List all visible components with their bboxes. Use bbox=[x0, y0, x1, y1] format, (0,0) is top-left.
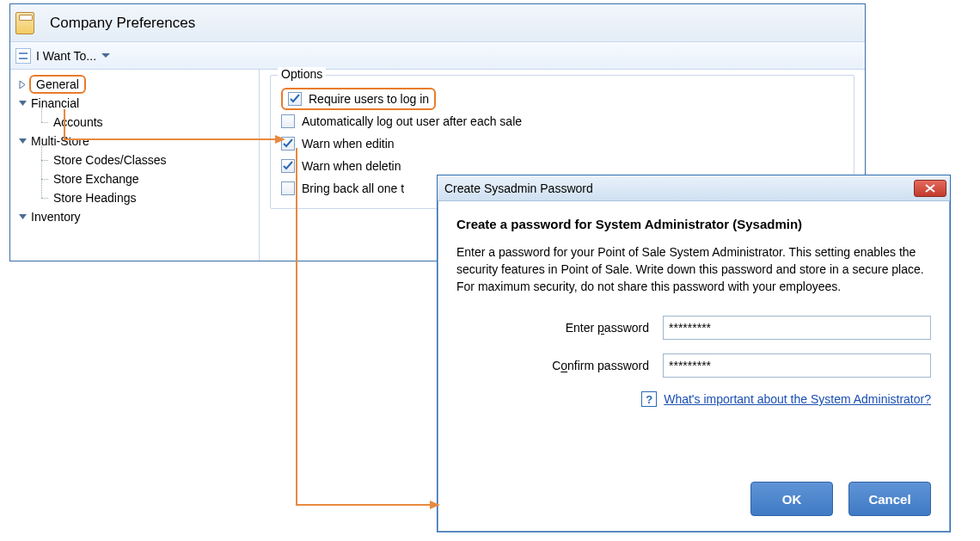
close-icon bbox=[924, 184, 936, 193]
tree-item-financial[interactable]: Financial bbox=[15, 94, 259, 113]
tree-item-accounts[interactable]: Accounts bbox=[41, 113, 259, 132]
chevron-down-icon bbox=[101, 53, 110, 58]
preferences-titlebar: Company Preferences bbox=[10, 4, 865, 42]
dialog-title: Create Sysadmin Password bbox=[444, 181, 593, 195]
checkbox-checked-icon[interactable] bbox=[281, 159, 295, 173]
tree-label: Multi-Store bbox=[29, 132, 91, 151]
enter-password-label: Enter password bbox=[456, 321, 663, 335]
enter-password-row: Enter password bbox=[456, 316, 931, 340]
preferences-title: Company Preferences bbox=[50, 15, 195, 32]
tree-label: Store Exchange bbox=[52, 169, 141, 188]
option-auto-logout[interactable]: Automatically log out user after each sa… bbox=[281, 110, 843, 132]
option-label: Warn when editin bbox=[302, 137, 395, 151]
dialog-button-row: OK Cancel bbox=[438, 482, 950, 532]
tree-item-general[interactable]: General bbox=[15, 75, 259, 94]
checkbox-checked-icon[interactable] bbox=[288, 92, 302, 106]
tree-item-inventory[interactable]: Inventory bbox=[15, 207, 259, 226]
option-warn-edit[interactable]: Warn when editin bbox=[281, 132, 843, 155]
help-link[interactable]: What's important about the System Admini… bbox=[664, 392, 931, 406]
option-require-login[interactable]: Require users to log in bbox=[281, 88, 436, 110]
preferences-tree[interactable]: General Financial Accounts Multi-Store bbox=[10, 70, 260, 261]
tree-label: Store Codes/Classes bbox=[52, 151, 168, 169]
options-legend: Options bbox=[278, 67, 326, 81]
option-label: Warn when deletin bbox=[302, 159, 401, 173]
tree-item-storeexchange[interactable]: Store Exchange bbox=[41, 169, 259, 188]
tree-arrow-down-icon bbox=[15, 213, 29, 221]
dialog-body: Create a password for System Administrat… bbox=[438, 201, 950, 482]
help-row: ? What's important about the System Admi… bbox=[456, 391, 931, 407]
dialog-titlebar: Create Sysadmin Password bbox=[438, 175, 950, 201]
tree-label: Financial bbox=[29, 94, 81, 113]
tree-label: Accounts bbox=[52, 113, 105, 132]
option-label: Bring back all one t bbox=[302, 181, 404, 195]
preferences-icon bbox=[15, 12, 34, 34]
tree-label: Inventory bbox=[29, 207, 83, 226]
option-label: Automatically log out user after each sa… bbox=[302, 114, 522, 128]
dialog-heading: Create a password for System Administrat… bbox=[456, 217, 931, 231]
checkbox-checked-icon[interactable] bbox=[281, 137, 295, 151]
preferences-toolbar: I Want To... bbox=[10, 42, 865, 70]
iwantto-button[interactable]: I Want To... bbox=[36, 49, 96, 63]
cancel-button[interactable]: Cancel bbox=[848, 482, 931, 516]
tree-item-storecodes[interactable]: Store Codes/Classes bbox=[41, 151, 259, 169]
option-label: Require users to log in bbox=[309, 92, 429, 106]
tree-arrow-down-icon bbox=[15, 100, 29, 108]
tree-label: General bbox=[29, 75, 86, 94]
create-sysadmin-password-dialog: Create Sysadmin Password Create a passwo… bbox=[437, 175, 951, 532]
confirm-password-row: Confirm password bbox=[456, 353, 931, 378]
confirm-password-input[interactable] bbox=[663, 353, 931, 378]
checkbox-icon[interactable] bbox=[281, 114, 295, 128]
checkbox-icon[interactable] bbox=[281, 181, 295, 195]
list-icon bbox=[15, 48, 31, 64]
tree-item-multistore[interactable]: Multi-Store bbox=[15, 132, 259, 151]
dialog-description: Enter a password for your Point of Sale … bbox=[456, 243, 931, 295]
tree-item-storeheadings[interactable]: Store Headings bbox=[41, 188, 259, 207]
confirm-password-label: Confirm password bbox=[456, 359, 663, 372]
close-button[interactable] bbox=[914, 180, 946, 197]
help-icon: ? bbox=[641, 391, 657, 407]
tree-arrow-down-icon bbox=[15, 138, 29, 145]
tree-arrow-right-icon bbox=[15, 81, 29, 89]
ok-button[interactable]: OK bbox=[750, 482, 833, 516]
enter-password-input[interactable] bbox=[663, 316, 931, 340]
tree-label: Store Headings bbox=[52, 188, 138, 207]
